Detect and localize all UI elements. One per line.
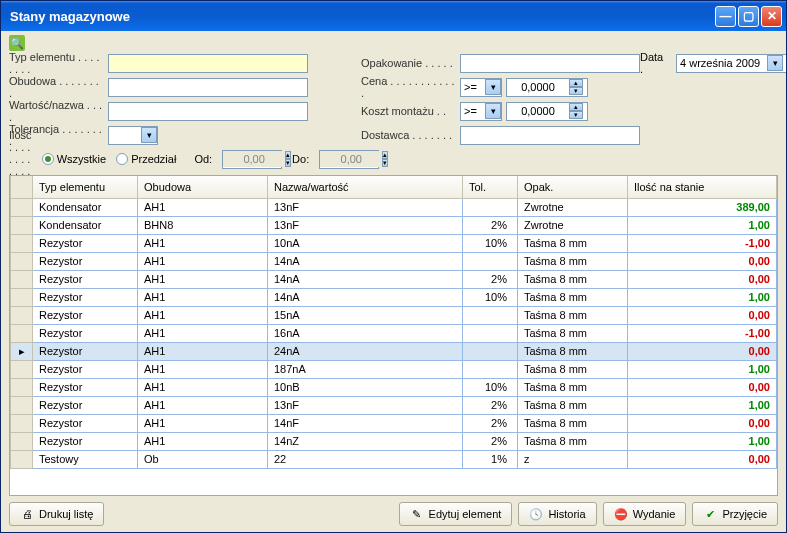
row-header[interactable] <box>11 324 33 342</box>
col-obudowa[interactable]: Obudowa <box>138 176 268 198</box>
maximize-button[interactable]: ▢ <box>738 6 759 27</box>
row-header[interactable] <box>11 378 33 396</box>
obudowa-input[interactable] <box>108 78 308 97</box>
edit-icon: ✎ <box>410 507 424 521</box>
cell-obudowa: AH1 <box>138 396 268 414</box>
cell-nazwa: 10nB <box>268 378 463 396</box>
table-row[interactable]: RezystorAH113nF2%Taśma 8 mm1,00 <box>11 396 777 414</box>
wartosc-input[interactable] <box>108 102 308 121</box>
row-header[interactable] <box>11 432 33 450</box>
up-icon[interactable]: ▴ <box>285 151 291 159</box>
filter-panel: Typ elementu . . . . . . . . Obudowa . .… <box>9 53 778 169</box>
od-spinner[interactable]: ▴▾ <box>222 150 282 169</box>
radio-przedzial[interactable]: Przedział <box>116 153 176 165</box>
row-header[interactable] <box>11 288 33 306</box>
radio-wszystkie-label: Wszystkie <box>57 153 107 165</box>
table-row[interactable]: KondensatorBHN813nF2%Zwrotne1,00 <box>11 216 777 234</box>
cell-nazwa: 15nA <box>268 306 463 324</box>
down-icon[interactable]: ▾ <box>285 159 291 167</box>
chevron-down-icon: ▾ <box>485 103 501 119</box>
cell-ilosc: 0,00 <box>628 378 777 396</box>
cell-nazwa: 13nF <box>268 396 463 414</box>
opakowanie-input[interactable] <box>460 54 640 73</box>
cell-nazwa: 187nA <box>268 360 463 378</box>
row-header[interactable] <box>11 414 33 432</box>
down-icon[interactable]: ▾ <box>569 87 583 95</box>
typ-input[interactable] <box>108 54 308 73</box>
close-button[interactable]: ✕ <box>761 6 782 27</box>
col-tol[interactable]: Tol. <box>463 176 518 198</box>
table-row[interactable]: RezystorAH116nATaśma 8 mm-1,00 <box>11 324 777 342</box>
cell-typ: Testowy <box>33 450 138 468</box>
od-input[interactable] <box>223 151 285 167</box>
cena-spinner[interactable]: ▴▾ <box>506 78 588 97</box>
up-icon[interactable]: ▴ <box>569 103 583 111</box>
cell-opak: Taśma 8 mm <box>518 432 628 450</box>
wydanie-button[interactable]: ⛔Wydanie <box>603 502 687 526</box>
col-opak[interactable]: Opak. <box>518 176 628 198</box>
cell-obudowa: AH1 <box>138 234 268 252</box>
table-row[interactable]: RezystorAH110nB10%Taśma 8 mm0,00 <box>11 378 777 396</box>
cell-tol: 2% <box>463 414 518 432</box>
koszt-spinner[interactable]: ▴▾ <box>506 102 588 121</box>
up-icon[interactable]: ▴ <box>569 79 583 87</box>
table-row[interactable]: ▸RezystorAH124nATaśma 8 mm0,00 <box>11 342 777 360</box>
dostawca-label: Dostawca . . . . . . . <box>361 129 456 141</box>
dostawca-input[interactable] <box>460 126 640 145</box>
row-header[interactable] <box>11 198 33 216</box>
cell-tol: 10% <box>463 378 518 396</box>
row-header[interactable] <box>11 234 33 252</box>
table-row[interactable]: TestowyOb221%z0,00 <box>11 450 777 468</box>
row-header[interactable] <box>11 216 33 234</box>
row-header[interactable] <box>11 270 33 288</box>
cell-obudowa: AH1 <box>138 432 268 450</box>
edytuj-button[interactable]: ✎Edytuj element <box>399 502 513 526</box>
table-row[interactable]: RezystorAH1187nATaśma 8 mm1,00 <box>11 360 777 378</box>
table-row[interactable]: RezystorAH115nATaśma 8 mm0,00 <box>11 306 777 324</box>
koszt-op-dropdown[interactable]: >=▾ <box>460 102 502 121</box>
row-header[interactable] <box>11 252 33 270</box>
data-grid[interactable]: Typ elementu Obudowa Nazwa/wartość Tol. … <box>9 175 778 496</box>
cell-tol <box>463 342 518 360</box>
cell-ilosc: 1,00 <box>628 216 777 234</box>
row-header[interactable] <box>11 450 33 468</box>
cell-tol <box>463 198 518 216</box>
table-row[interactable]: KondensatorAH113nFZwrotne389,00 <box>11 198 777 216</box>
search-icon[interactable]: 🔍 <box>9 35 25 51</box>
down-icon[interactable]: ▾ <box>569 111 583 119</box>
cell-obudowa: AH1 <box>138 198 268 216</box>
table-row[interactable]: RezystorAH114nA2%Taśma 8 mm0,00 <box>11 270 777 288</box>
cena-op-dropdown[interactable]: >=▾ <box>460 78 502 97</box>
cell-obudowa: Ob <box>138 450 268 468</box>
historia-button[interactable]: 🕓Historia <box>518 502 596 526</box>
cell-ilosc: -1,00 <box>628 324 777 342</box>
cell-opak: Taśma 8 mm <box>518 306 628 324</box>
row-header[interactable] <box>11 360 33 378</box>
radio-wszystkie[interactable]: Wszystkie <box>42 153 107 165</box>
cell-ilosc: 0,00 <box>628 414 777 432</box>
tolerancja-dropdown[interactable]: ▾ <box>108 126 158 145</box>
col-nazwa[interactable]: Nazwa/wartość <box>268 176 463 198</box>
row-header[interactable] <box>11 306 33 324</box>
drukuj-button[interactable]: 🖨Drukuj listę <box>9 502 104 526</box>
cell-tol: 2% <box>463 432 518 450</box>
minus-circle-icon: ⛔ <box>614 507 628 521</box>
table-row[interactable]: RezystorAH110nA10%Taśma 8 mm-1,00 <box>11 234 777 252</box>
date-dropdown[interactable]: 4 września 2009▾ <box>676 54 786 73</box>
main-window: Stany magazynowe — ▢ ✕ 🔍 Typ elementu . … <box>0 0 787 533</box>
table-row[interactable]: RezystorAH114nATaśma 8 mm0,00 <box>11 252 777 270</box>
table-row[interactable]: RezystorAH114nA10%Taśma 8 mm1,00 <box>11 288 777 306</box>
cena-input[interactable] <box>507 79 569 95</box>
row-header[interactable] <box>11 396 33 414</box>
cell-nazwa: 14nZ <box>268 432 463 450</box>
table-row[interactable]: RezystorAH114nZ2%Taśma 8 mm1,00 <box>11 432 777 450</box>
row-header[interactable]: ▸ <box>11 342 33 360</box>
table-row[interactable]: RezystorAH114nF2%Taśma 8 mm0,00 <box>11 414 777 432</box>
koszt-input[interactable] <box>507 103 569 119</box>
col-ilosc[interactable]: Ilość na stanie <box>628 176 777 198</box>
cell-ilosc: 0,00 <box>628 270 777 288</box>
minimize-button[interactable]: — <box>715 6 736 27</box>
przyjecie-button[interactable]: ✔Przyjęcie <box>692 502 778 526</box>
col-typ[interactable]: Typ elementu <box>33 176 138 198</box>
cell-opak: Taśma 8 mm <box>518 324 628 342</box>
